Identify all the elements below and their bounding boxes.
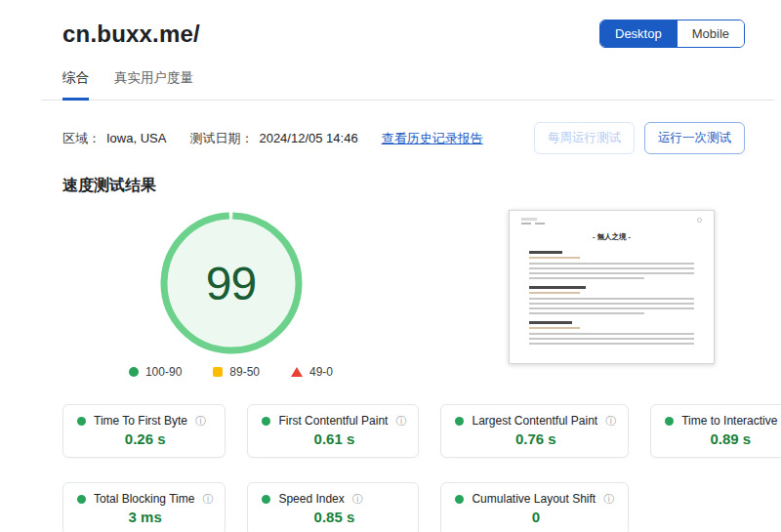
metric-label: Cumulative Layout Shift bbox=[472, 492, 596, 506]
legend-label: 89-50 bbox=[229, 365, 260, 379]
region-label: 区域： bbox=[62, 130, 101, 147]
article-meta-bar bbox=[529, 292, 580, 294]
thumbnail-logo bbox=[521, 218, 537, 221]
test-date-label: 测试日期： bbox=[189, 130, 253, 147]
weekly-test-button[interactable]: 每周运行测试 bbox=[534, 122, 635, 154]
article-heading-bar bbox=[529, 286, 586, 289]
legend-item-poor: 49-0 bbox=[291, 365, 333, 379]
device-toggle: Desktop Mobile bbox=[599, 20, 745, 48]
green-dot-icon bbox=[455, 417, 464, 426]
green-dot-icon bbox=[77, 417, 86, 426]
thumbnail-article bbox=[529, 251, 694, 279]
text-line bbox=[529, 267, 694, 269]
info-icon[interactable] bbox=[605, 416, 616, 427]
metric-card-tbt: Total Blocking Time 3 ms bbox=[62, 482, 226, 532]
article-heading-bar bbox=[529, 251, 562, 254]
metric-value: 0.89 s bbox=[665, 430, 781, 447]
tab-overview[interactable]: 综合 bbox=[62, 69, 89, 101]
green-dot-icon bbox=[665, 417, 674, 426]
legend-label: 100-90 bbox=[145, 365, 182, 379]
mobile-toggle-button[interactable]: Mobile bbox=[677, 20, 744, 47]
info-icon[interactable] bbox=[195, 416, 206, 427]
performance-score: 99 bbox=[158, 210, 305, 356]
text-line bbox=[529, 263, 694, 265]
thumbnail-header bbox=[521, 218, 702, 225]
article-meta-bar bbox=[529, 327, 580, 329]
test-info: 区域： Iowa, USA 测试日期： 2024/12/05 14:46 查看历… bbox=[62, 130, 483, 147]
red-triangle-icon bbox=[291, 367, 303, 377]
results-area: 99 100-90 89-50 49-0 bbox=[62, 210, 745, 379]
text-line bbox=[529, 303, 694, 305]
section-title: 速度测试结果 bbox=[62, 176, 745, 196]
info-icon[interactable] bbox=[202, 494, 213, 505]
metrics-grid: Time To First Byte 0.26 s First Contentf… bbox=[62, 404, 745, 532]
speed-test-report-page: cn.buxx.me/ Desktop Mobile 综合 真实用户度量 区域：… bbox=[0, 0, 781, 532]
metric-card-cls: Cumulative Layout Shift 0 bbox=[440, 482, 629, 532]
thumbnail-page-title: - 無人之境 - bbox=[544, 232, 679, 243]
thumbnail-article bbox=[529, 321, 694, 345]
info-icon[interactable] bbox=[603, 494, 614, 505]
info-icon[interactable] bbox=[352, 494, 363, 505]
thumbnail-nav bbox=[521, 218, 545, 225]
text-line bbox=[529, 277, 644, 279]
legend-item-good: 100-90 bbox=[129, 365, 182, 379]
history-report-link[interactable]: 查看历史记录报告 bbox=[382, 130, 483, 147]
header: cn.buxx.me/ Desktop Mobile bbox=[62, 20, 745, 48]
green-dot-icon bbox=[262, 417, 270, 426]
article-heading-bar bbox=[529, 321, 572, 324]
metric-value: 0.76 s bbox=[455, 430, 616, 447]
page-screenshot-thumbnail: - 無人之境 - bbox=[509, 210, 715, 364]
legend-item-average: 89-50 bbox=[213, 365, 260, 379]
text-line bbox=[529, 272, 694, 274]
info-row: 区域： Iowa, USA 测试日期： 2024/12/05 14:46 查看历… bbox=[62, 122, 745, 154]
yellow-square-icon bbox=[213, 367, 223, 377]
metric-label: Speed Index bbox=[278, 492, 344, 506]
metric-card-tti: Time to Interactive 0.89 s bbox=[650, 404, 781, 458]
metric-label: Largest Contentful Paint bbox=[472, 414, 597, 428]
metric-label: Total Blocking Time bbox=[94, 492, 194, 506]
info-icon[interactable] bbox=[395, 416, 406, 427]
region-value: Iowa, USA bbox=[106, 131, 166, 145]
test-actions: 每周运行测试 运行一次测试 bbox=[534, 122, 745, 154]
metric-card-lcp: Largest Contentful Paint 0.76 s bbox=[440, 404, 629, 458]
green-dot-icon bbox=[455, 495, 464, 504]
text-line bbox=[529, 333, 694, 335]
metric-value: 0 bbox=[455, 509, 616, 525]
score-gauge-block: 99 100-90 89-50 49-0 bbox=[62, 210, 399, 379]
metric-card-speed-index: Speed Index 0.85 s bbox=[247, 482, 419, 532]
text-line bbox=[529, 343, 694, 345]
tab-real-user-metrics[interactable]: 真实用户度量 bbox=[114, 69, 193, 100]
metric-card-ttfb: Time To First Byte 0.26 s bbox=[62, 404, 226, 458]
article-meta-bar bbox=[529, 257, 580, 259]
metric-label: Time to Interactive bbox=[681, 414, 777, 428]
thumbnail-nav-links bbox=[521, 223, 545, 225]
metric-value: 0.85 s bbox=[262, 509, 406, 525]
score-legend: 100-90 89-50 49-0 bbox=[129, 365, 333, 379]
green-circle-icon bbox=[129, 367, 139, 377]
run-once-button[interactable]: 运行一次测试 bbox=[644, 122, 745, 154]
metric-card-fcp: First Contentful Paint 0.61 s bbox=[247, 404, 419, 458]
thumbnail-article bbox=[529, 286, 694, 314]
tab-bar: 综合 真实用户度量 bbox=[41, 69, 774, 101]
desktop-toggle-button[interactable]: Desktop bbox=[600, 20, 677, 47]
text-line bbox=[529, 338, 694, 340]
metric-value: 3 ms bbox=[77, 509, 213, 525]
score-gauge: 99 bbox=[158, 210, 305, 356]
metric-value: 0.26 s bbox=[77, 430, 213, 447]
metric-label: Time To First Byte bbox=[94, 414, 187, 428]
search-icon bbox=[697, 218, 702, 223]
metric-label: First Contentful Paint bbox=[278, 414, 388, 428]
green-dot-icon bbox=[262, 495, 270, 504]
text-line bbox=[529, 312, 644, 314]
text-line bbox=[529, 307, 694, 309]
green-dot-icon bbox=[77, 495, 86, 504]
metric-value: 0.61 s bbox=[262, 430, 406, 447]
test-date-value: 2024/12/05 14:46 bbox=[259, 131, 357, 145]
legend-label: 49-0 bbox=[309, 365, 333, 379]
page-title: cn.buxx.me/ bbox=[62, 20, 200, 48]
text-line bbox=[529, 298, 694, 300]
